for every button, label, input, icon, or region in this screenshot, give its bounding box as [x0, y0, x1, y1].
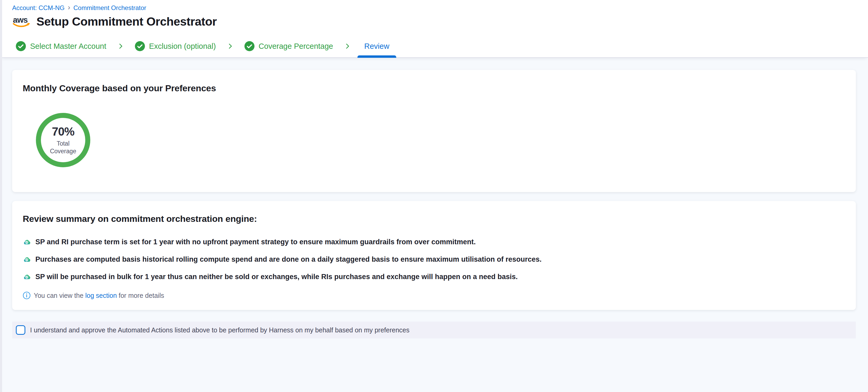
bullet-text: Purchases are computed basis historical …: [35, 255, 542, 264]
info-text: You can view the log section for more de…: [34, 292, 164, 299]
breadcrumb-account-link[interactable]: Account: CCM-NG: [12, 4, 65, 11]
bullet-text: SP and RI purchase term is set for 1 yea…: [35, 238, 476, 246]
bullet-text: SP will be purchased in bulk for 1 year …: [35, 273, 518, 281]
step-label: Coverage Percentage: [259, 42, 333, 51]
consent-bar: I understand and approve the Automated A…: [12, 322, 856, 338]
cloud-dollar-icon: $: [23, 238, 31, 246]
page-title: Setup Commitment Orchestrator: [36, 15, 217, 29]
log-section-link[interactable]: log section: [85, 292, 117, 299]
monthly-coverage-card: Monthly Coverage based on your Preferenc…: [12, 70, 856, 192]
cloud-dollar-icon: $: [23, 272, 31, 281]
step-exclusion-optional[interactable]: Exclusion (optional): [135, 35, 216, 57]
breadcrumb-chevron-icon: ›: [68, 4, 70, 12]
step-completed-check-icon: [16, 41, 26, 51]
main-content: Monthly Coverage based on your Preferenc…: [0, 58, 868, 338]
donut-label: Total Coverage: [50, 140, 76, 155]
donut-value: 70%: [52, 125, 74, 138]
consent-checkbox[interactable]: [16, 325, 25, 335]
summary-bullet: $ SP will be purchased in bulk for 1 yea…: [23, 272, 845, 281]
step-label: Exclusion (optional): [149, 42, 216, 51]
breadcrumb-page-link[interactable]: Commitment Orchestrator: [73, 4, 146, 11]
step-coverage-percentage[interactable]: Coverage Percentage: [244, 35, 333, 57]
info-icon: [23, 292, 31, 299]
breadcrumb: Account: CCM-NG › Commitment Orchestrato…: [12, 4, 856, 12]
step-review-active-tab[interactable]: Review: [362, 35, 392, 57]
review-summary-card: Review summary on commitment orchestrati…: [12, 201, 856, 310]
step-select-master-account[interactable]: Select Master Account: [16, 35, 106, 57]
summary-card-title: Review summary on commitment orchestrati…: [23, 214, 845, 224]
svg-text:$: $: [26, 258, 28, 261]
page-header: Account: CCM-NG › Commitment Orchestrato…: [0, 0, 868, 35]
summary-bullet: $ SP and RI purchase term is set for 1 y…: [23, 238, 845, 246]
step-label: Select Master Account: [30, 42, 106, 51]
setup-stepper: Select Master Account Exclusion (optiona…: [0, 35, 868, 58]
aws-logo-text: aws: [13, 15, 28, 25]
log-info-row: You can view the log section for more de…: [23, 292, 845, 303]
consent-label[interactable]: I understand and approve the Automated A…: [30, 326, 409, 334]
cloud-dollar-icon: $: [23, 255, 31, 264]
step-label: Review: [364, 42, 390, 51]
stepper-chevron-icon: [117, 35, 124, 57]
svg-text:$: $: [26, 241, 28, 244]
step-completed-check-icon: [244, 41, 254, 51]
aws-logo-icon: aws: [12, 15, 31, 28]
left-edge-strip: [0, 0, 2, 392]
summary-bullet-list: $ SP and RI purchase term is set for 1 y…: [23, 238, 845, 281]
stepper-chevron-icon: [344, 35, 351, 57]
coverage-card-title: Monthly Coverage based on your Preferenc…: [23, 83, 845, 93]
total-coverage-donut-chart: 70% Total Coverage: [36, 113, 90, 167]
svg-text:$: $: [26, 276, 28, 279]
stepper-chevron-icon: [226, 35, 234, 57]
step-completed-check-icon: [135, 41, 145, 51]
summary-bullet: $ Purchases are computed basis historica…: [23, 255, 845, 264]
